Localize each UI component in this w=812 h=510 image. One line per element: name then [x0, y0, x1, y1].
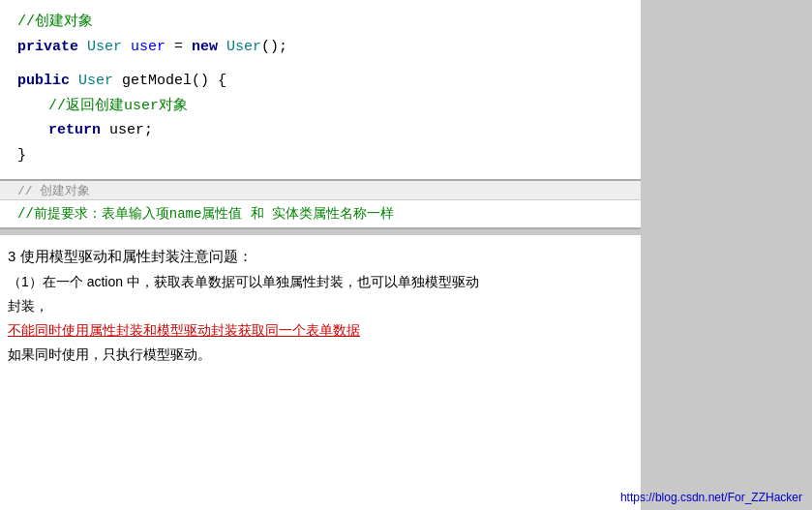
blank-line-1: [17, 59, 623, 69]
footer-url: https://blog.csdn.net/For_ZZHacker: [620, 491, 802, 504]
code-comment-1: //创建对象: [17, 10, 623, 35]
content-area: //创建对象 private User user = new User(); p…: [0, 0, 641, 510]
section3-para1-line2: 封装，: [8, 294, 633, 318]
code-line-4: }: [17, 143, 623, 168]
section3-block: 3 使用模型驱动和属性封装注意问题： （1）在一个 action 中，获取表单数…: [0, 235, 641, 510]
code-line-1: private User user = new User();: [17, 35, 623, 60]
section3-para1-line1: （1）在一个 action 中，获取表单数据可以单独属性封装，也可以单独模型驱动: [8, 270, 633, 294]
section3-para2: 不能同时使用属性封装和模型驱动封装获取同一个表单数据: [8, 318, 633, 343]
code-block-top: //创建对象 private User user = new User(); p…: [0, 0, 641, 181]
code-comment-2: //返回创建user对象: [17, 94, 623, 119]
section3-para3: 如果同时使用，只执行模型驱动。: [8, 343, 633, 367]
code-cut-indicator: // 创建对象: [0, 181, 641, 200]
prereq-block: //前提要求：表单输入项name属性值 和 实体类属性名称一样: [0, 200, 641, 229]
code-line-2: public User getModel() {: [17, 69, 623, 94]
prereq-text: //前提要求：表单输入项name属性值 和 实体类属性名称一样: [17, 206, 394, 222]
cut-code-text: // 创建对象: [0, 181, 641, 200]
code-line-3: return user;: [17, 118, 623, 143]
section3-title: 3 使用模型驱动和属性封装注意问题：: [8, 243, 633, 270]
right-panel: [641, 0, 812, 510]
